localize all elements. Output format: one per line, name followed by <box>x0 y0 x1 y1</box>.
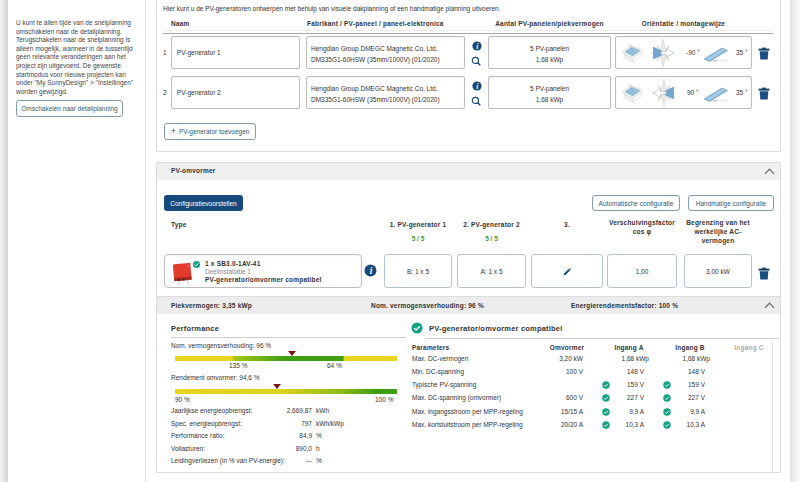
svg-text:i: i <box>370 266 373 276</box>
